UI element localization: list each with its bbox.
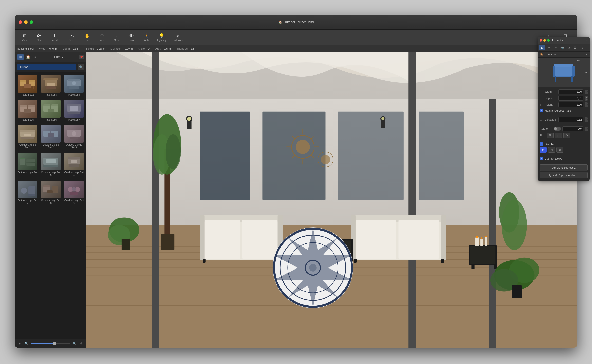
library-category-dropdown[interactable]: Outdoor — [17, 64, 76, 70]
insp-tool-edit[interactable]: ✏ — [553, 45, 558, 50]
depth-stepper[interactable]: ▲ ▼ — [585, 96, 588, 101]
insp-tool-select[interactable]: ⊞ — [539, 45, 545, 50]
rotate-decrement[interactable]: ▼ — [585, 129, 588, 131]
library-item-lounge2[interactable]: Outdoor...unge Set 2 — [40, 124, 62, 150]
info-width-value: 0,76 m — [49, 47, 58, 50]
flip-y-button[interactable]: ⇄ — [555, 133, 562, 138]
library-tab-list[interactable]: ≡ — [32, 54, 38, 60]
elevation-stepper[interactable]: ▲ ▼ — [585, 117, 588, 122]
library-item-lounge7[interactable]: Outdoor...nge Set 7 — [17, 180, 38, 206]
elevation-increment[interactable]: ▲ — [585, 117, 588, 120]
pan-label: Pan — [85, 39, 89, 42]
library-item-lounge8[interactable]: Outdoor...nge Set 8 — [40, 180, 62, 206]
toolbar-import[interactable]: ⬇ Import — [47, 32, 61, 43]
height-stepper[interactable]: ▲ ▼ — [585, 102, 588, 107]
lib-zoom-slider[interactable] — [31, 343, 70, 344]
glue-btn-3[interactable]: ⊠ — [556, 147, 563, 153]
lib-zoom-out-icon[interactable]: ⊖ — [17, 341, 22, 346]
lib-settings-icon[interactable]: ⚙ — [79, 341, 84, 346]
svg-rect-111 — [205, 220, 240, 259]
insp-tool-camera[interactable]: 📷 — [559, 45, 565, 50]
flip-x-button[interactable]: ⇅ — [547, 133, 554, 138]
toolbar-walk[interactable]: 🚶 Walk — [139, 32, 153, 43]
insp-maximize[interactable] — [547, 39, 550, 42]
depth-increment[interactable]: ▲ — [585, 96, 588, 98]
insp-tool-move[interactable]: ✦ — [546, 45, 552, 50]
category-dropdown-icon[interactable]: ▼ — [585, 53, 588, 56]
width-value[interactable]: 1,90 — [558, 89, 583, 94]
svg-rect-159 — [553, 66, 555, 77]
elevation-value[interactable]: 0,12 — [558, 117, 583, 122]
toolbar-pan[interactable]: ✋ Pan — [80, 32, 94, 43]
viewport[interactable] — [86, 52, 577, 348]
width-increment[interactable]: ▲ — [585, 90, 588, 92]
toolbar-zoom[interactable]: ⊕ Zoom — [95, 32, 109, 43]
toolbar: ⊞ View 🛍 Store ⬇ Import ↖ Select ✋ Pan ⊕… — [15, 30, 577, 45]
insp-tool-settings2[interactable]: ☰ — [573, 45, 578, 50]
toolbar-lighting[interactable]: 💡 Lighting — [154, 32, 169, 43]
library-item-patio3[interactable]: Patio Set 3 — [40, 74, 62, 97]
elevation-decrement[interactable]: ▼ — [585, 120, 588, 122]
library-tab-grid[interactable]: ⊞ — [17, 54, 24, 60]
height-increment[interactable]: ▲ — [585, 102, 588, 105]
toolbar-store[interactable]: 🛍 Store — [33, 32, 46, 43]
lib-zoom-thumb[interactable] — [53, 342, 56, 345]
library-item-lounge6[interactable]: Outdoor...nge Set 6 — [63, 152, 85, 178]
cast-shadows-checkbox[interactable]: ✓ — [540, 157, 543, 160]
height-value[interactable]: 1,00 — [558, 102, 583, 107]
inspector-expand-icon[interactable]: ↗ — [586, 39, 588, 42]
library-item-lounge1[interactable]: Outdoor...unge Set 1 — [17, 124, 38, 150]
glue-btn-1[interactable]: ⊞ — [540, 147, 547, 153]
flip-z-button[interactable]: ↻ — [563, 133, 570, 138]
insp-minimize[interactable] — [543, 39, 546, 42]
edit-light-sources-button[interactable]: Edit Light Sources... — [540, 164, 588, 171]
toolbar-select[interactable]: ↖ Select — [65, 32, 79, 43]
library-thumb-patio3 — [41, 75, 61, 93]
depth-decrement[interactable]: ▼ — [585, 98, 588, 101]
maintain-aspect-checkbox[interactable]: ✓ — [540, 109, 543, 112]
library-search-button[interactable]: 🔍 — [78, 64, 84, 70]
toolbar-look[interactable]: 👁 Look — [125, 32, 138, 43]
type-representation-button[interactable]: Type & Representation... — [540, 172, 588, 178]
library-item-patio2[interactable]: Patio Set 2 — [17, 74, 38, 97]
insp-close[interactable] — [540, 39, 542, 42]
svg-rect-6 — [33, 86, 34, 89]
lib-zoom-plus-icon[interactable]: 🔍 — [72, 341, 77, 346]
glue-btn-2[interactable]: ⊡ — [548, 147, 555, 153]
width-decrement[interactable]: ▼ — [585, 92, 588, 94]
toolbar-collisions[interactable]: ◈ Collisions — [170, 32, 186, 43]
lounge1-preview — [19, 126, 36, 141]
inspector-title-bar: Inspector ↗ — [538, 37, 590, 44]
library-item-patio7[interactable]: Patio Set 7 — [63, 99, 85, 122]
width-stepper[interactable]: ▲ ▼ — [585, 90, 588, 94]
rotate-value[interactable]: 90° — [562, 126, 583, 131]
lib-zoom-minus-icon[interactable]: 🔍 — [24, 341, 29, 346]
library-item-patio4[interactable]: Patio Set 4 — [63, 74, 85, 97]
library-item-lounge9[interactable]: Outdoor...nge Set 9 — [63, 180, 85, 206]
library-item-lounge5[interactable]: Outdoor...nge Set 5 — [40, 152, 62, 178]
patio2-preview — [19, 76, 36, 91]
library-tab-tree[interactable]: 🏠 — [25, 54, 31, 60]
insp-tool-settings1[interactable]: ⚙ — [566, 45, 572, 50]
rotate-label: Rotate — [540, 127, 552, 130]
toolbar-view[interactable]: ⊞ View — [18, 32, 32, 43]
close-button[interactable] — [19, 20, 22, 24]
rotate-stepper[interactable]: ▲ ▼ — [585, 127, 588, 131]
library-title: Library — [54, 55, 63, 59]
svg-rect-143 — [485, 237, 487, 246]
height-decrement[interactable]: ▼ — [585, 105, 588, 107]
maximize-button[interactable] — [30, 20, 33, 24]
minimize-button[interactable] — [24, 20, 28, 24]
library-item-patio6[interactable]: Patio Set 6 — [40, 99, 62, 122]
glue-by-checkbox[interactable]: ✓ — [540, 142, 543, 146]
library-item-lounge4[interactable]: Outdoor...nge Set 4 — [17, 152, 38, 178]
rotate-toggle[interactable] — [554, 127, 561, 131]
library-item-patio5[interactable]: Patio Set 5 — [17, 99, 38, 122]
depth-value[interactable]: 0,91 — [558, 96, 583, 101]
rotate-increment[interactable]: ▲ — [585, 127, 588, 129]
library-item-lounge3[interactable]: Outdoor...unge Set 3 — [63, 124, 85, 150]
divider-2 — [540, 124, 588, 124]
toolbar-orbit[interactable]: ○ Orbit — [110, 32, 124, 43]
library-pin-button[interactable]: 📌 — [79, 55, 84, 59]
insp-tool-info[interactable]: ℹ — [579, 45, 585, 50]
